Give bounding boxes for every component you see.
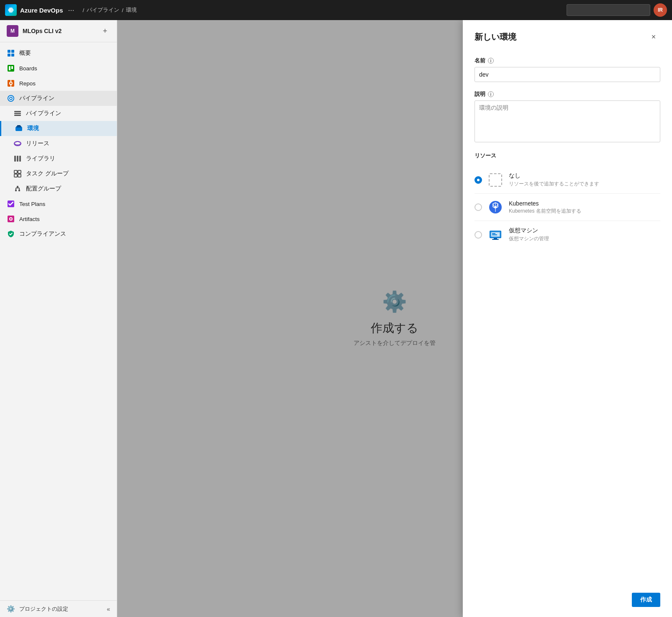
modal-close-button[interactable]: × [647, 30, 660, 44]
sidebar-item-environments[interactable]: 環境 [0, 121, 117, 136]
name-label: 名前 i [475, 57, 660, 64]
sidebar-releases-label: リリース [26, 140, 49, 147]
resource-name-none: なし [509, 172, 660, 180]
resources-label: リソース [475, 152, 660, 159]
sidebar-project: M MLOps CLI v2 + [0, 20, 117, 42]
sidebar-boards-label: Boards [19, 65, 37, 72]
svg-rect-15 [14, 113, 21, 114]
modal-body: 名前 i 説明 i リソー [463, 50, 672, 586]
modal-header: 新しい環境 × [463, 20, 672, 50]
project-icon: M [7, 25, 18, 37]
description-info-icon[interactable]: i [488, 91, 494, 97]
svg-rect-21 [14, 156, 16, 162]
resource-option-none[interactable]: なし リソースを後で追加することができます [475, 166, 660, 194]
svg-point-38 [10, 218, 12, 220]
sidebar-item-deploygroups[interactable]: 配置グループ [0, 181, 117, 196]
resource-option-kubernetes[interactable]: Kubernetes Kubernetes 名前空間を追加する [475, 194, 660, 221]
sidebar-item-pipelines-parent[interactable]: パイプライン [0, 91, 117, 106]
svg-rect-0 [8, 50, 10, 53]
sidebar-item-repos[interactable]: Repos [0, 76, 117, 91]
breadcrumb: / パイプライン / 環境 [83, 6, 137, 14]
svg-rect-50 [492, 239, 499, 240]
svg-rect-32 [17, 186, 18, 188]
overview-icon [7, 49, 15, 57]
svg-rect-3 [11, 54, 14, 57]
sidebar-testplans-label: Test Plans [19, 201, 45, 207]
resource-option-vm[interactable]: 仮想マシン 仮想マシンの管理 [475, 221, 660, 248]
resource-icon-vm [488, 227, 503, 242]
pipelines-icon [13, 109, 22, 118]
taskgroups-icon [13, 170, 22, 178]
resource-desc-none: リソースを後で追加することができます [509, 180, 660, 188]
svg-rect-26 [14, 174, 17, 177]
modal-panel: 新しい環境 × 名前 i 説明 [463, 20, 672, 617]
breadcrumb-sep2: / [122, 7, 123, 13]
resource-radio-vm[interactable] [475, 231, 482, 239]
app-logo[interactable]: Azure DevOps [5, 4, 63, 16]
sidebar-item-library[interactable]: ライブラリ [0, 151, 117, 166]
main-content: ⚙️ 作成する アシストを介してデプロイを管 新しい環境 × 名前 i [117, 20, 672, 617]
name-info-icon[interactable]: i [488, 58, 494, 64]
name-input[interactable] [475, 67, 660, 82]
svg-rect-25 [18, 170, 21, 173]
svg-rect-5 [9, 66, 10, 70]
svg-rect-6 [11, 66, 13, 69]
modal-title: 新しい環境 [475, 31, 516, 43]
modal-overlay: 新しい環境 × 名前 i 説明 [117, 20, 672, 617]
svg-point-13 [10, 98, 12, 99]
svg-rect-27 [18, 174, 21, 177]
logo-icon [5, 4, 17, 16]
sidebar-overview-label: 概要 [19, 49, 31, 57]
sidebar-item-compliance[interactable]: コンプライアンス [0, 226, 117, 242]
resource-radio-kubernetes[interactable] [475, 203, 482, 211]
breadcrumb-environments[interactable]: 環境 [126, 6, 137, 14]
sidebar-item-taskgroups[interactable]: タスク グループ [0, 166, 117, 181]
search-input[interactable] [567, 4, 650, 16]
svg-rect-49 [494, 238, 497, 239]
settings-label[interactable]: プロジェクトの設定 [19, 605, 103, 613]
svg-rect-2 [8, 54, 10, 57]
sidebar-compliance-label: コンプライアンス [19, 230, 66, 238]
svg-rect-34 [18, 190, 20, 191]
compliance-icon [7, 230, 15, 238]
sidebar-item-overview[interactable]: 概要 [0, 46, 117, 61]
testplans-icon [7, 200, 15, 208]
add-project-button[interactable]: + [100, 26, 110, 36]
create-button[interactable]: 作成 [632, 593, 660, 607]
svg-rect-4 [8, 65, 14, 72]
svg-rect-22 [17, 156, 18, 162]
resource-name-vm: 仮想マシン [509, 227, 660, 234]
topbar-dots-menu[interactable]: ··· [68, 6, 74, 15]
sidebar-pipelines-parent-label: パイプライン [19, 95, 54, 102]
sidebar-item-artifacts[interactable]: Artifacts [0, 211, 117, 226]
sidebar-deploygroups-label: 配置グループ [26, 185, 61, 193]
main-layout: M MLOps CLI v2 + 概要 [0, 20, 672, 617]
sidebar-item-testplans[interactable]: Test Plans [0, 196, 117, 211]
avatar[interactable]: IR [654, 3, 667, 17]
sidebar-repos-label: Repos [19, 80, 36, 87]
app-name-label: Azure DevOps [20, 7, 63, 14]
description-label: 説明 i [475, 90, 660, 98]
library-icon [13, 154, 22, 163]
description-textarea[interactable] [475, 100, 660, 142]
pipelines-parent-icon [7, 94, 15, 103]
svg-rect-19 [17, 125, 21, 126]
description-form-group: 説明 i [475, 90, 660, 144]
breadcrumb-pipelines[interactable]: パイプライン [87, 6, 119, 14]
sidebar-artifacts-label: Artifacts [19, 216, 40, 222]
name-form-group: 名前 i [475, 57, 660, 82]
settings-icon: ⚙️ [7, 605, 15, 613]
collapse-sidebar-button[interactable]: « [107, 606, 110, 612]
sidebar-item-pipelines[interactable]: パイプライン [0, 106, 117, 121]
sidebar-item-releases[interactable]: リリース [0, 136, 117, 151]
resource-icon-none [488, 172, 503, 188]
svg-rect-1 [11, 50, 14, 53]
sidebar: M MLOps CLI v2 + 概要 [0, 20, 117, 617]
resource-radio-none[interactable] [475, 176, 482, 184]
sidebar-item-boards[interactable]: Boards [0, 61, 117, 76]
resources-section: リソース なし リソースを後で追加することができます [475, 152, 660, 248]
topbar: Azure DevOps ··· / パイプライン / 環境 IR [0, 0, 672, 20]
svg-rect-16 [14, 115, 21, 116]
project-name: MLOps CLI v2 [23, 28, 96, 34]
sidebar-footer: ⚙️ プロジェクトの設定 « [0, 600, 117, 617]
